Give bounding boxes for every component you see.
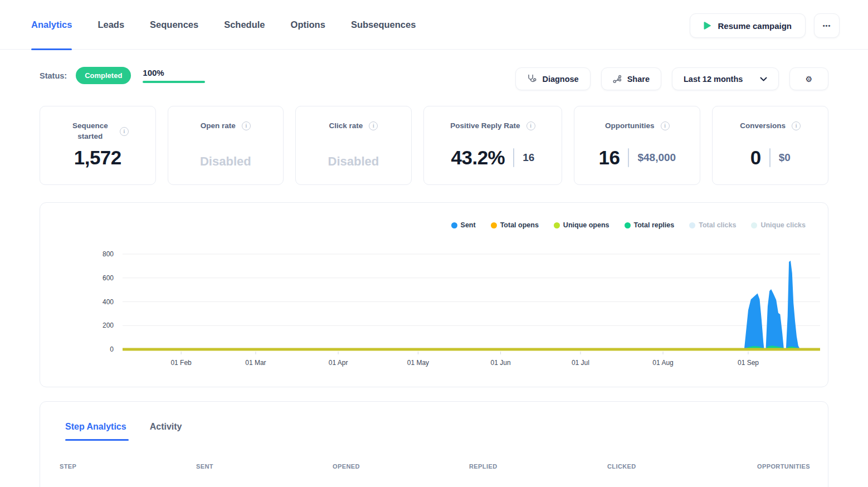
svg-text:01 Feb: 01 Feb (170, 359, 192, 367)
stat-value-row: 43.2%16 (451, 147, 534, 169)
stat-title: Conversions (740, 121, 786, 132)
legend-item-total-opens[interactable]: Total opens (491, 221, 539, 229)
nav-tabs: AnalyticsLeadsSequencesScheduleOptionsSu… (31, 0, 441, 49)
activity-chart-card: SentTotal opensUnique opensTotal replies… (40, 202, 828, 387)
legend-label: Total clicks (699, 221, 736, 229)
stat-value: 1,572 (74, 147, 121, 169)
svg-text:200: 200 (103, 322, 114, 329)
progress: 100% (143, 68, 205, 83)
legend-item-unique-clicks[interactable]: Unique clicks (751, 221, 806, 229)
chart-legend: SentTotal opensUnique opensTotal replies… (451, 221, 806, 229)
resume-campaign-button[interactable]: Resume campaign (690, 13, 806, 38)
info-icon[interactable]: i (120, 127, 129, 136)
info-icon[interactable]: i (526, 121, 535, 130)
stat-value: Disabled (200, 154, 251, 169)
column-header-opportunities: OPPORTUNITIES (744, 463, 810, 470)
legend-dot-icon (689, 222, 695, 228)
legend-label: Total opens (500, 221, 539, 229)
legend-item-unique-opens[interactable]: Unique opens (554, 221, 609, 229)
stat-card-sequence-started: Sequence startedi1,572 (40, 106, 156, 185)
nav-tab-schedule[interactable]: Schedule (224, 0, 265, 50)
legend-item-total-clicks[interactable]: Total clicks (689, 221, 736, 229)
play-icon (704, 22, 711, 30)
stat-card-open-rate: Open rateiDisabled (168, 106, 284, 185)
svg-text:800: 800 (103, 250, 114, 258)
progress-percent: 100% (143, 68, 205, 77)
legend-dot-icon (451, 222, 457, 228)
column-header-sent: SENT (196, 463, 333, 470)
more-options-button[interactable]: ••• (814, 13, 840, 38)
legend-dot-icon (625, 222, 631, 228)
info-icon[interactable]: i (242, 121, 251, 130)
value-divider (513, 148, 514, 167)
nav-tab-options[interactable]: Options (291, 0, 325, 50)
info-icon[interactable]: i (792, 121, 801, 130)
svg-text:01 Aug: 01 Aug (652, 359, 673, 367)
nav-tab-leads[interactable]: Leads (97, 0, 124, 50)
legend-dot-icon (751, 222, 757, 228)
chart-svg: 020040060080001 Feb01 Mar01 Apr01 May01 … (57, 243, 826, 377)
ellipsis-icon: ••• (823, 22, 831, 29)
step-analytics-panel: Step AnalyticsActivity STEPSENTOPENEDREP… (40, 401, 828, 487)
chevron-down-icon (760, 77, 767, 81)
stat-title-row: Open ratei (201, 121, 251, 132)
legend-item-total-replies[interactable]: Total replies (625, 221, 675, 229)
stat-title-row: Sequence startedi (67, 121, 129, 142)
tab-activity[interactable]: Activity (150, 422, 182, 441)
svg-text:600: 600 (103, 274, 114, 282)
activity-chart: 020040060080001 Feb01 Mar01 Apr01 May01 … (57, 243, 826, 379)
stat-value-row: 1,572 (74, 147, 121, 169)
stat-title-row: Opportunitiesi (605, 121, 670, 132)
stat-value-row: 0$0 (750, 147, 791, 169)
info-icon[interactable]: i (369, 121, 378, 130)
tab-step-analytics[interactable]: Step Analytics (65, 422, 126, 441)
stat-card-click-rate: Click rateiDisabled (295, 106, 412, 185)
status-label: Status: (40, 71, 67, 80)
nav-tab-sequences[interactable]: Sequences (150, 0, 198, 50)
legend-label: Unique opens (563, 221, 609, 229)
share-button[interactable]: Share (601, 67, 661, 90)
status-badge: Completed (76, 67, 131, 84)
stat-value: 0 (750, 147, 761, 169)
stat-title: Open rate (201, 121, 236, 132)
settings-button[interactable]: ⚙ (789, 67, 828, 90)
svg-text:01 Jun: 01 Jun (491, 359, 511, 367)
legend-label: Sent (461, 221, 476, 229)
bottom-tabs: Step AnalyticsActivity (40, 402, 828, 441)
svg-text:01 Mar: 01 Mar (245, 359, 266, 367)
resume-campaign-label: Resume campaign (718, 21, 792, 31)
svg-text:400: 400 (103, 298, 114, 306)
stat-value-row: Disabled (200, 154, 251, 169)
stethoscope-icon (527, 74, 537, 84)
stat-value-row: 16$48,000 (599, 147, 676, 169)
legend-item-sent[interactable]: Sent (451, 221, 476, 229)
svg-text:01 Sep: 01 Sep (738, 359, 759, 367)
share-icon (613, 75, 622, 84)
date-range-value: Last 12 months (684, 75, 743, 84)
toolbar: Diagnose Share Last 12 months ⚙ (515, 67, 828, 90)
nav-tab-analytics[interactable]: Analytics (31, 0, 72, 50)
stat-card-positive-reply-rate: Positive Reply Ratei43.2%16 (423, 106, 563, 185)
status-row: Status: Completed 100% (40, 67, 205, 84)
svg-text:01 May: 01 May (407, 359, 429, 367)
diagnose-label: Diagnose (542, 75, 578, 84)
stats-row: Sequence startedi1,572Open rateiDisabled… (40, 106, 828, 185)
info-icon[interactable]: i (661, 121, 670, 130)
stat-title: Positive Reply Rate (450, 121, 520, 132)
stat-title: Opportunities (605, 121, 655, 132)
column-header-opened: OPENED (333, 463, 469, 470)
date-range-select[interactable]: Last 12 months (672, 67, 779, 90)
gear-icon: ⚙ (806, 75, 813, 84)
column-header-clicked: CLICKED (607, 463, 744, 470)
stat-title-row: Positive Reply Ratei (450, 121, 535, 132)
legend-label: Total replies (634, 221, 675, 229)
column-header-step: STEP (60, 463, 196, 470)
campaign-analytics-page: AnalyticsLeadsSequencesScheduleOptionsSu… (0, 0, 868, 487)
step-table-header: STEPSENTOPENEDREPLIEDCLICKEDOPPORTUNITIE… (40, 441, 828, 470)
stat-secondary-value: $0 (779, 152, 791, 164)
nav-tab-subsequences[interactable]: Subsequences (351, 0, 416, 50)
progress-bar (143, 81, 205, 83)
legend-label: Unique clicks (760, 221, 806, 229)
diagnose-button[interactable]: Diagnose (515, 67, 590, 90)
stat-value: 16 (599, 147, 620, 169)
